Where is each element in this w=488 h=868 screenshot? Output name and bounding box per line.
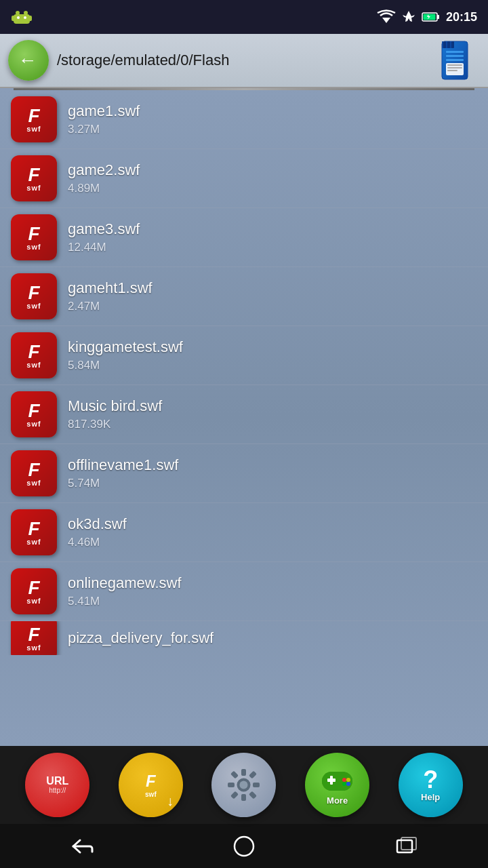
help-button[interactable]: ? Help (399, 753, 463, 817)
svg-rect-37 (330, 776, 333, 785)
file-icon: F swf (11, 332, 57, 378)
file-size: 4.46M (68, 536, 477, 549)
list-item[interactable]: F swf Music bird.swf 817.39K (0, 385, 488, 444)
wifi-icon (377, 9, 396, 24)
flash-player-button[interactable]: F swf ↓ (119, 753, 183, 817)
url-button[interactable]: URL http:// (25, 753, 89, 817)
file-name: onlinegamew.swf (68, 574, 477, 592)
sd-card-icon[interactable] (436, 39, 480, 82)
system-back-icon (68, 837, 95, 856)
file-icon: F swf (11, 450, 57, 496)
svg-rect-32 (230, 791, 239, 799)
file-icon-swf: swf (26, 597, 41, 605)
list-item[interactable]: F swf game3.swf 12.44M (0, 208, 488, 267)
status-bar: 20:15 (0, 0, 488, 34)
svg-rect-42 (235, 837, 253, 856)
file-name: Music bird.swf (68, 397, 477, 415)
file-icon-f: F (28, 578, 39, 597)
svg-rect-16 (446, 59, 464, 61)
file-name: game2.swf (68, 161, 477, 179)
svg-rect-31 (249, 770, 257, 778)
settings-button[interactable] (211, 753, 276, 817)
svg-rect-21 (443, 41, 446, 48)
file-icon-f: F (28, 106, 39, 125)
svg-rect-29 (253, 783, 260, 787)
file-info: onlinegamew.swf 5.41M (68, 574, 477, 608)
list-item[interactable]: F swf game1.swf 3.27M (0, 90, 488, 149)
system-back-button[interactable] (54, 833, 108, 860)
file-icon: F swf (11, 509, 57, 555)
list-item[interactable]: F swf pizza_delivery_for.swf (0, 621, 488, 655)
back-button[interactable]: ← (8, 40, 49, 81)
file-name: game3.swf (68, 220, 477, 238)
file-size: 5.41M (68, 595, 477, 608)
svg-rect-22 (447, 41, 450, 48)
help-icon: ? (423, 768, 438, 792)
svg-point-6 (24, 16, 26, 19)
file-name: offlinevame1.swf (68, 456, 477, 474)
file-size: 5.84M (68, 359, 477, 372)
file-icon: F swf (11, 568, 57, 614)
svg-marker-7 (382, 18, 390, 23)
more-button[interactable]: More (305, 753, 369, 817)
file-info: offlinevame1.swf 5.74M (68, 456, 477, 490)
file-size: 2.47M (68, 300, 477, 313)
list-item[interactable]: F swf kinggametest.swf 5.84M (0, 326, 488, 385)
flash-swf-label: swf (145, 791, 157, 798)
file-info: game3.swf 12.44M (68, 220, 477, 254)
list-item[interactable]: F swf offlinevame1.swf 5.74M (0, 444, 488, 503)
file-name: kinggametest.swf (68, 338, 477, 356)
list-item[interactable]: F swf ok3d.swf 4.46M (0, 503, 488, 562)
svg-point-39 (346, 778, 350, 782)
svg-rect-33 (249, 791, 257, 799)
file-info: kinggametest.swf 5.84M (68, 338, 477, 372)
file-icon-f: F (28, 401, 39, 420)
status-time: 20:15 (446, 10, 477, 24)
svg-rect-4 (28, 16, 32, 21)
file-icon: F swf (11, 273, 57, 319)
svg-point-40 (342, 782, 346, 786)
file-icon-f: F (28, 519, 39, 538)
list-item[interactable]: F swf gameht1.swf 2.47M (0, 267, 488, 326)
help-label: Help (421, 792, 440, 802)
list-item[interactable]: F swf onlinegamew.swf 5.41M (0, 562, 488, 621)
file-name: gameht1.swf (68, 279, 477, 297)
file-icon: F swf (11, 96, 57, 142)
system-home-button[interactable] (217, 833, 271, 860)
file-info: game1.swf 3.27M (68, 102, 477, 136)
svg-point-5 (17, 16, 20, 19)
svg-point-38 (342, 778, 346, 782)
file-name: pizza_delivery_for.swf (68, 629, 214, 647)
flash-download-icon: ↓ (167, 793, 174, 809)
file-icon: F swf (11, 155, 57, 201)
file-size: 3.27M (68, 123, 477, 136)
file-icon-swf: swf (26, 302, 41, 310)
svg-rect-27 (241, 794, 246, 801)
file-icon-swf: swf (26, 184, 41, 192)
svg-rect-19 (447, 67, 462, 68)
file-icon-f: F (28, 283, 39, 302)
bottom-nav-bar: URL http:// F swf ↓ (0, 746, 488, 824)
list-item[interactable]: F swf game2.swf 4.89M (0, 149, 488, 208)
file-icon: F swf (11, 214, 57, 260)
svg-rect-3 (12, 16, 15, 21)
system-home-icon (232, 834, 256, 859)
status-right: 20:15 (377, 9, 477, 24)
file-info: gameht1.swf 2.47M (68, 279, 477, 313)
system-nav-bar (0, 824, 488, 868)
file-icon-f: F (28, 342, 39, 361)
flash-f-icon: F (146, 772, 156, 791)
file-icon-swf: swf (26, 479, 41, 487)
url-sub-label: http:// (49, 787, 66, 794)
file-icon-swf: swf (26, 420, 41, 428)
svg-rect-43 (397, 840, 412, 852)
file-name: game1.swf (68, 102, 477, 120)
file-icon-swf: swf (26, 125, 41, 133)
file-icon-swf: swf (26, 644, 41, 652)
file-info: Music bird.swf 817.39K (68, 397, 477, 431)
file-info: ok3d.swf 4.46M (68, 515, 477, 549)
file-name: ok3d.swf (68, 515, 477, 533)
android-icon (11, 7, 33, 26)
system-recent-button[interactable] (380, 833, 434, 860)
svg-rect-18 (447, 64, 462, 66)
